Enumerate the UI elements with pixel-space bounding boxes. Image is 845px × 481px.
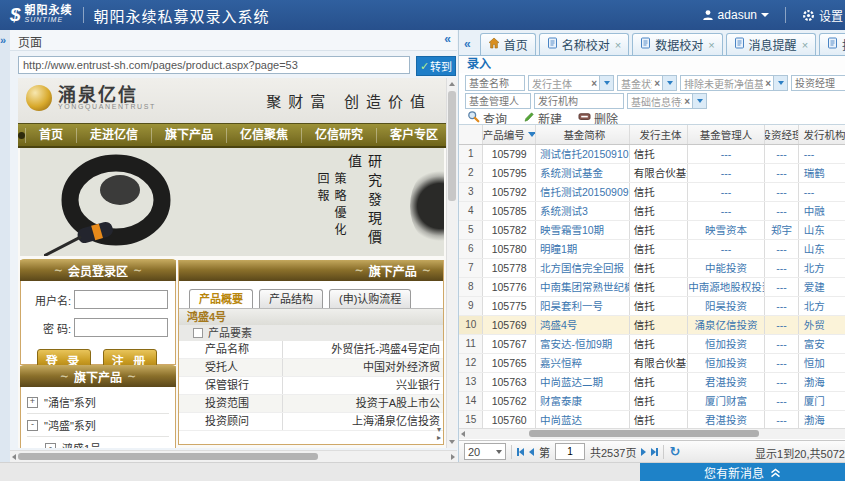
table-row[interactable]: 14105762财富泰康信托厦门财富---厦门 (459, 392, 845, 411)
table-row[interactable]: 11105767富安达-恒加9期信托恒加投资---富安 (459, 335, 845, 354)
fund-name-link[interactable]: 北方国信完全回报 (536, 259, 630, 277)
table-row[interactable]: 2105795系统测试基金有限合伙基金------瑞鹤 (459, 164, 845, 183)
filter-combo[interactable]: 基金状态× (617, 75, 677, 91)
fund-name-link[interactable]: 中尚蓝达 (536, 411, 630, 429)
horizontal-scrollbar-left[interactable] (10, 450, 457, 462)
grid-scroll-left-icon[interactable] (461, 431, 465, 437)
site-logo[interactable]: 涌泉亿信 YONGQUANENTRUST (26, 85, 156, 111)
table-row[interactable]: 1105799测试信托20150910信托--------- (459, 145, 845, 164)
scroll-up-icon[interactable] (449, 82, 455, 86)
fund-name-link[interactable]: 嘉兴恒粹 (536, 354, 630, 372)
grid-column-header[interactable]: 产品编号 (483, 125, 536, 144)
last-page-button[interactable] (651, 448, 658, 456)
page-number-input[interactable] (555, 443, 585, 460)
filter-input[interactable] (791, 75, 845, 91)
combo-dropdown-icon[interactable] (692, 94, 706, 108)
combo-clear-icon[interactable]: × (763, 78, 773, 89)
workspace-tab[interactable]: 消息提醒× (726, 33, 816, 55)
fund-name-link[interactable]: 映雪霜雪10期 (536, 221, 630, 239)
product-tab[interactable]: (申)认购流程 (329, 289, 411, 308)
fund-name-link[interactable]: 系统测试3 (536, 202, 630, 220)
table-row[interactable]: 12105765嘉兴恒粹有限合伙基金恒加投资---恒加 (459, 354, 845, 373)
tab-close-icon[interactable]: × (802, 39, 808, 51)
combo-dropdown-icon[interactable] (662, 76, 676, 90)
collapse-left-icon[interactable]: « (444, 32, 451, 46)
page-size-select[interactable]: 20 (464, 443, 506, 460)
tab-close-icon[interactable]: × (708, 39, 714, 51)
fund-name-link[interactable]: 测试信托20150910 (536, 145, 630, 163)
site-nav-item[interactable]: 亿信聚焦 (226, 128, 301, 143)
workspace-tab[interactable]: 名称校对× (539, 33, 629, 55)
table-row[interactable]: 13105763中尚蓝达二期信托君湛投资---渤海 (459, 373, 845, 392)
workspace-tab[interactable]: 扣分绩效统计× (819, 33, 845, 55)
product-tab[interactable]: 产品结构 (259, 289, 323, 308)
table-row[interactable]: 10105769鸿盛4号信托涌泉亿信投资---外贸 (459, 316, 845, 335)
next-page-button[interactable] (641, 448, 646, 456)
inner-scroll-icons[interactable]: ▾▸ (437, 426, 441, 442)
settings-button[interactable]: 设置 (802, 7, 843, 24)
table-row[interactable]: 5105782映雪霜雪10期信托映雪资本郑宇山东 (459, 221, 845, 240)
fund-name-link[interactable]: 中南集团常熟世纪樾城 (536, 278, 630, 296)
fund-name-link[interactable]: 系统测试基金 (536, 164, 630, 182)
workspace-tab[interactable]: 数据校对× (632, 33, 722, 55)
combo-clear-icon[interactable]: × (589, 78, 599, 89)
username-field[interactable] (74, 290, 168, 309)
table-row[interactable]: 8105776中南集团常熟世纪樾城信托中南源地股权投资---爱建 (459, 278, 845, 297)
tree-expand-icon[interactable]: - (45, 443, 56, 449)
scroll-left-icon[interactable] (12, 454, 16, 460)
filter-combo[interactable]: 发行主体× (528, 75, 614, 91)
product-tab[interactable]: 产品概要 (189, 289, 253, 308)
workspace-tab[interactable]: 首页 (480, 33, 536, 55)
go-button[interactable]: ✓ 转到 (416, 56, 456, 76)
table-row[interactable]: 3105792信托测试20150909信托--------- (459, 183, 845, 202)
prev-page-button[interactable] (529, 448, 534, 456)
grid-column-header[interactable]: 基金简称 (536, 125, 630, 144)
table-row[interactable]: 4105785系统测试3信托------中融 (459, 202, 845, 221)
table-row[interactable]: 6105780明瞳1期信托------山东 (459, 240, 845, 259)
fund-name-link[interactable]: 富安达-恒加9期 (536, 335, 630, 353)
vertical-scrollbar[interactable] (446, 78, 457, 448)
filter-input[interactable] (465, 75, 525, 91)
grid-horizontal-scrollbar[interactable] (459, 428, 845, 439)
table-row[interactable]: 7105778北方国信完全回报信托中能投资---北方 (459, 259, 845, 278)
combo-dropdown-icon[interactable] (773, 76, 787, 90)
grid-column-header[interactable]: 发行主体 (630, 125, 688, 144)
tree-item[interactable]: -鸿盛1号 (27, 437, 169, 448)
tree-expand-icon[interactable]: - (27, 420, 38, 431)
combo-dropdown-icon[interactable] (599, 76, 613, 90)
password-field[interactable] (74, 318, 168, 337)
fund-name-link[interactable]: 鸿盛4号 (536, 316, 630, 334)
table-row[interactable]: 9105775阳昊套利一号信托阳昊投资---北方 (459, 297, 845, 316)
fund-name-link[interactable]: 明瞳1期 (536, 240, 630, 258)
checkbox-icon[interactable] (193, 328, 203, 338)
grid-column-header[interactable]: 发行机构 (799, 125, 845, 144)
filter-input[interactable] (465, 93, 531, 109)
fund-name-link[interactable]: 财富泰康 (536, 392, 630, 410)
user-menu[interactable]: adasun (702, 8, 769, 22)
pager-refresh-icon[interactable]: ↻ (669, 444, 680, 459)
first-page-button[interactable] (517, 448, 524, 456)
filter-combo[interactable]: 排除未更新净值基金× (680, 75, 788, 91)
expand-west-icon[interactable]: » (0, 34, 6, 46)
fund-name-link[interactable]: 信托测试20150909 (536, 183, 630, 201)
grid-scroll-thumb[interactable] (529, 430, 759, 437)
combo-clear-icon[interactable]: × (652, 78, 662, 89)
site-nav-item[interactable]: 亿信研究 (301, 128, 376, 143)
grid-column-header[interactable]: 投资经理 (765, 125, 799, 144)
site-nav-item[interactable]: 首页 (25, 128, 76, 143)
fund-name-link[interactable]: 中尚蓝达二期 (536, 373, 630, 391)
grid-column-header[interactable]: 基金管理人 (688, 125, 765, 144)
collapse-tabs-icon[interactable]: « (464, 37, 471, 51)
scroll-right-icon[interactable] (451, 454, 455, 460)
site-nav-item[interactable]: 旗下产品 (151, 128, 226, 143)
new-message-bar[interactable]: 您有新消息 (640, 463, 845, 481)
tree-item[interactable]: -"鸿盛"系列 (27, 414, 169, 437)
vertical-scroll-thumb[interactable] (448, 91, 456, 201)
fund-name-link[interactable]: 阳昊套利一号 (536, 297, 630, 315)
url-input[interactable] (18, 56, 410, 74)
tree-item[interactable]: +"涌信"系列 (27, 391, 169, 414)
filter-input[interactable] (534, 93, 624, 109)
site-nav-item[interactable]: 客户专区 (376, 128, 446, 143)
horizontal-scroll-thumb[interactable] (18, 453, 318, 460)
site-nav-item[interactable]: 走进亿信 (76, 128, 151, 143)
